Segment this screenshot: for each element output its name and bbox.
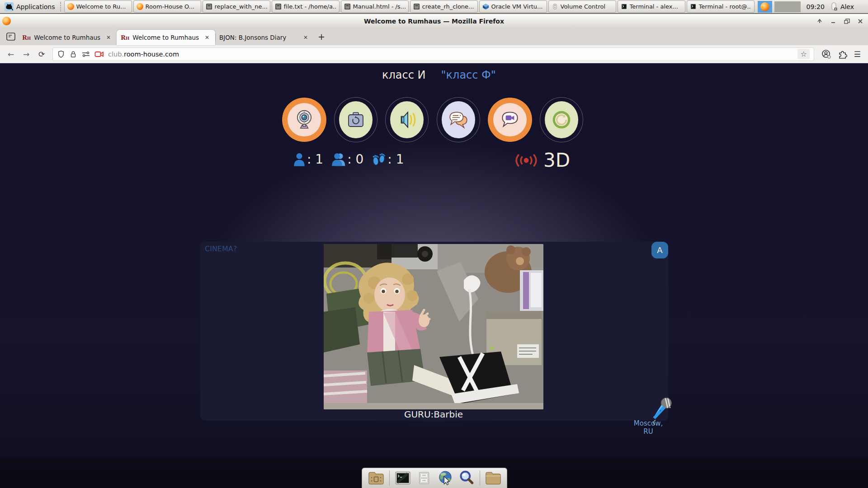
folder-icon <box>485 471 501 485</box>
globe-cursor-icon <box>437 470 453 486</box>
minimize-button[interactable] <box>828 17 838 26</box>
sound-button[interactable] <box>385 97 429 142</box>
user-avatar[interactable]: A <box>651 242 668 258</box>
reload-icon[interactable]: ⟳ <box>35 50 48 59</box>
tab-welcome-1[interactable]: RH Welcome to Rumhaus ✕ <box>18 30 117 45</box>
file-manager-launcher[interactable] <box>416 470 432 486</box>
shade-button[interactable] <box>815 17 825 26</box>
clock[interactable]: 09:20 <box>803 3 828 10</box>
webcam-button[interactable] <box>282 98 326 142</box>
home-folder-launcher[interactable] <box>368 470 384 486</box>
webcam-stream[interactable] <box>324 244 543 409</box>
search-launcher[interactable] <box>458 470 475 486</box>
url-subdomain: club. <box>108 51 124 58</box>
bookmark-star-icon[interactable]: ☆ <box>797 49 809 59</box>
webcam-icon <box>293 108 316 131</box>
class-header: класс И "класс Ф" <box>382 69 496 81</box>
taskbar-window-label: replace_with_ne... <box>215 3 267 10</box>
window-controls <box>815 14 865 28</box>
applications-menu[interactable]: Applications <box>1 0 58 13</box>
tab-bjon-diary[interactable]: BJON: B.Jonsons Diary ✕ <box>215 30 314 45</box>
xfce-mouse-icon <box>5 2 14 11</box>
terminal-icon <box>690 3 697 10</box>
class-i-label: класс И <box>382 69 426 81</box>
taskbar-window-editor-2[interactable]: file.txt - /home/a... <box>272 0 340 13</box>
taskbar-window-label: Manual.html - /s... <box>353 3 406 10</box>
speaker-icon <box>396 108 418 131</box>
taskbar-window-label: Room-House O... <box>146 3 195 10</box>
stat-steps-value: : 1 <box>387 152 404 167</box>
forward-icon[interactable]: → <box>20 50 33 59</box>
broadcast-icon[interactable] <box>515 153 537 168</box>
cinema-label[interactable]: CINEMA? <box>205 244 237 253</box>
maximize-button[interactable] <box>842 17 852 26</box>
folder-launcher[interactable] <box>485 470 501 486</box>
tab-bar: RH Welcome to Rumhaus ✕ RH Welcome to Ru… <box>0 28 868 45</box>
rumhaus-favicon: RH <box>121 35 129 41</box>
firefox-icon <box>760 2 769 11</box>
lock-icon[interactable] <box>69 50 77 58</box>
refresh-icon <box>550 108 573 131</box>
back-icon[interactable]: ← <box>5 50 17 59</box>
taskbar-window-editor-1[interactable]: replace_with_ne... <box>203 0 270 13</box>
navigation-toolbar: ← → ⟳ club. room-house.com ☆ <box>0 45 868 63</box>
tray-device-icon[interactable] <box>830 2 837 12</box>
file-cabinet-icon <box>417 471 431 485</box>
taskbar-window-editor-4[interactable]: create_rh_clone.... <box>410 0 478 13</box>
text-editor-icon <box>413 3 420 10</box>
camera-permission-icon[interactable] <box>94 50 104 58</box>
user-menu[interactable]: Alex <box>840 3 857 10</box>
firefox-icon <box>137 3 143 10</box>
reload-room-button[interactable] <box>540 97 583 142</box>
applications-label: Applications <box>16 3 55 10</box>
web-browser-launcher[interactable] <box>437 470 453 486</box>
hamburger-menu-icon[interactable]: ☰ <box>854 50 861 59</box>
tab-close-icon[interactable]: ✕ <box>104 33 113 42</box>
taskbar-window-firefox-1[interactable]: Welcome to Ru... <box>64 0 132 13</box>
taskbar-window-virtualbox[interactable]: Oracle VM Virtu... <box>479 0 547 13</box>
tab-welcome-2-active[interactable]: RH Welcome to Rumhaus ✕ <box>117 30 215 45</box>
firefox-icon <box>67 3 74 10</box>
stat-groups: : 0 <box>331 152 363 167</box>
extensions-puzzle-icon[interactable] <box>838 49 848 59</box>
taskbar-window-terminal-2[interactable]: Terminal - root@... <box>687 0 755 13</box>
tab-close-icon[interactable]: ✕ <box>203 33 211 42</box>
taskbar-window-editor-3[interactable]: Manual.html - /s... <box>341 0 409 13</box>
taskbar-window-terminal-1[interactable]: Terminal - alex... <box>618 0 685 13</box>
video-panel: CINEMA? <box>200 242 668 421</box>
virtualbox-icon <box>482 3 489 10</box>
rumhaus-page: класс И "класс Ф" <box>0 63 868 458</box>
chat-button[interactable] <box>437 97 480 142</box>
people-icon <box>331 152 346 166</box>
close-button[interactable] <box>855 17 865 26</box>
class-f-link[interactable]: "класс Ф" <box>441 69 496 81</box>
video-chat-button[interactable] <box>488 98 532 142</box>
tray-blank-item <box>774 1 801 12</box>
video-chat-icon <box>499 108 521 131</box>
new-tab-button[interactable]: + <box>314 28 329 45</box>
taskbar: Applications Welcome to Ru... Room-House… <box>0 0 868 14</box>
taskbar-window-label: file.txt - /home/a... <box>284 3 336 10</box>
taskbar-window-volume[interactable]: Volume Control <box>548 0 616 13</box>
firefox-titlebar[interactable]: Welcome to Rumhaus — Mozilla Firefox <box>0 14 868 28</box>
snapshot-button[interactable] <box>334 97 377 142</box>
account-icon[interactable] <box>821 49 831 59</box>
3d-mode-label[interactable]: 3D <box>543 149 570 171</box>
magnifier-icon <box>459 470 474 486</box>
url-bar[interactable]: club. room-house.com ☆ <box>52 47 814 61</box>
permissions-icon[interactable] <box>81 50 90 58</box>
shield-icon[interactable] <box>57 50 65 58</box>
folder-home-icon <box>368 471 384 485</box>
firefox-view-icon[interactable] <box>4 28 18 45</box>
toolbar-right: ☰ <box>819 49 863 59</box>
terminal-icon <box>395 471 411 485</box>
tray-firefox-item[interactable] <box>758 1 772 13</box>
volume-control-icon <box>552 3 558 10</box>
location-label[interactable]: Moscow, RU <box>628 419 668 436</box>
footprints-icon <box>372 152 386 167</box>
system-tray: 09:20 Alex <box>756 0 857 13</box>
tab-label: Welcome to Rumhaus <box>132 34 200 41</box>
terminal-launcher[interactable] <box>395 470 411 486</box>
tab-close-icon[interactable]: ✕ <box>302 33 310 42</box>
taskbar-window-firefox-2[interactable]: Room-House O... <box>133 0 201 13</box>
